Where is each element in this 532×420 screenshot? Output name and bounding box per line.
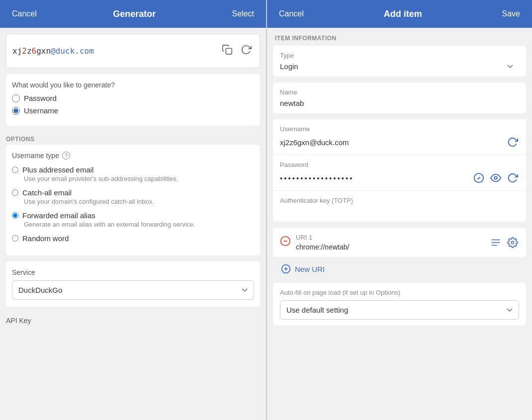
forwarded-alias-subtext: Generate an email alias with an external…	[24, 221, 254, 228]
catch-all-subtext: Use your domain's configured catch-all i…	[24, 198, 254, 205]
radio-username[interactable]: Username	[12, 106, 254, 115]
generate-type-section: What would you like to generate? Passwor…	[6, 74, 260, 126]
autofill-select[interactable]: Use default setting Always Never	[280, 300, 519, 320]
name-section: Name	[273, 83, 526, 113]
totp-field: Authenticator key (TOTP)	[273, 191, 526, 222]
username-label: Username	[24, 106, 58, 115]
add-item-content: ITEM INFORMATION Type Login Secure Note …	[267, 28, 532, 420]
credentials-section: Username Password	[273, 119, 526, 222]
plus-addressed-option[interactable]: Plus addressed email Use your email prov…	[12, 166, 254, 182]
regenerate-button[interactable]	[239, 42, 254, 60]
type-value: Login Secure Note Card Identity	[280, 62, 519, 71]
service-label: Service	[12, 268, 254, 276]
autofill-section: Auto-fill on page load (if set up in Opt…	[273, 283, 526, 326]
question-label: What would you like to generate?	[12, 81, 254, 89]
generator-cancel-button[interactable]: Cancel	[8, 7, 41, 20]
totp-value	[280, 207, 519, 216]
generator-content: xj2z6gxn@duck.com What would you like to…	[0, 28, 266, 420]
password-label: Password	[24, 94, 57, 102]
add-item-title: Add item	[384, 9, 422, 19]
name-label: Name	[280, 88, 519, 96]
type-name-section: Type Login Secure Note Card Identity	[273, 46, 526, 77]
generator-header: Cancel Generator Select	[0, 0, 266, 28]
uri-label: URI 1	[296, 234, 484, 241]
new-uri-button[interactable]: New URI	[273, 259, 333, 279]
service-select[interactable]: DuckDuckGo SimpleLogin AnonAddy Firefox …	[12, 280, 254, 300]
password-value	[280, 171, 519, 184]
uri-value: chrome://newtab/	[296, 243, 484, 251]
password-generate-button[interactable]	[506, 171, 519, 184]
totp-label: Authenticator key (TOTP)	[280, 197, 519, 204]
username-value	[280, 136, 519, 149]
name-input[interactable]	[280, 99, 519, 107]
item-information-label: ITEM INFORMATION	[267, 28, 532, 46]
copy-button[interactable]	[220, 42, 235, 60]
uri-remove-button[interactable]	[280, 236, 291, 249]
api-key-label: API Key	[6, 317, 260, 325]
generator-panel: Cancel Generator Select xj2z6gxn@duck.co…	[0, 0, 266, 420]
options-card: Username type ? Plus addressed email Use…	[6, 145, 260, 255]
options-divider: OPTIONS	[6, 132, 260, 145]
svg-rect-0	[226, 48, 232, 54]
type-field: Type Login Secure Note Card Identity	[273, 46, 526, 77]
name-value	[280, 99, 519, 107]
plus-addressed-label: Plus addressed email	[22, 166, 93, 174]
add-item-header: Cancel Add item Save	[267, 0, 532, 28]
uri-content: URI 1 chrome://newtab/	[296, 234, 484, 251]
username-type-header: Username type ?	[12, 152, 254, 160]
add-item-panel: Cancel Add item Save ITEM INFORMATION Ty…	[266, 0, 532, 420]
add-item-cancel-button[interactable]: Cancel	[275, 7, 308, 20]
forwarded-alias-option[interactable]: Forwarded email alias Generate an email …	[12, 211, 254, 228]
password-label: Password	[280, 161, 519, 168]
generator-select-button[interactable]: Select	[228, 7, 258, 20]
svg-point-8	[511, 241, 514, 244]
username-generate-button[interactable]	[506, 136, 519, 149]
new-uri-label: New URI	[295, 265, 325, 273]
forwarded-alias-label: Forwarded email alias	[22, 211, 95, 220]
catch-all-label: Catch-all email	[22, 188, 72, 197]
username-icons	[506, 136, 519, 149]
random-word-option[interactable]: Random word	[12, 234, 254, 243]
type-select[interactable]: Login Secure Note Card Identity	[280, 62, 519, 71]
username-field: Username	[273, 119, 526, 155]
help-icon[interactable]: ?	[62, 152, 70, 160]
uri-section: URI 1 chrome://newtab/	[273, 228, 526, 257]
password-reveal-button[interactable]	[489, 171, 502, 184]
plus-addressed-subtext: Use your email provider's sub-addressing…	[24, 175, 254, 182]
generated-value-box: xj2z6gxn@duck.com	[6, 34, 260, 68]
generated-email: xj2z6gxn@duck.com	[12, 46, 216, 56]
password-input[interactable]	[280, 174, 472, 182]
uri-settings-button[interactable]	[506, 236, 519, 249]
uri-options-button[interactable]	[489, 236, 502, 249]
totp-input[interactable]	[280, 207, 519, 216]
generator-title: Generator	[113, 9, 156, 19]
password-field: Password	[273, 155, 526, 191]
password-icons	[472, 171, 519, 184]
username-type-label: Username type	[12, 152, 59, 160]
username-input[interactable]	[280, 138, 506, 147]
svg-point-2	[494, 176, 497, 179]
save-button[interactable]: Save	[498, 7, 524, 20]
autofill-label: Auto-fill on page load (if set up in Opt…	[280, 289, 519, 296]
service-section: Service DuckDuckGo SimpleLogin AnonAddy …	[6, 261, 260, 307]
radio-password[interactable]: Password	[12, 94, 254, 102]
catch-all-option[interactable]: Catch-all email Use your domain's config…	[12, 188, 254, 205]
name-field: Name	[273, 83, 526, 113]
password-check-button[interactable]	[472, 171, 485, 184]
uri-actions	[489, 236, 519, 249]
api-key-section: API Key	[6, 313, 260, 325]
random-word-label: Random word	[22, 234, 69, 243]
username-label: Username	[280, 125, 519, 133]
type-label: Type	[280, 52, 519, 59]
